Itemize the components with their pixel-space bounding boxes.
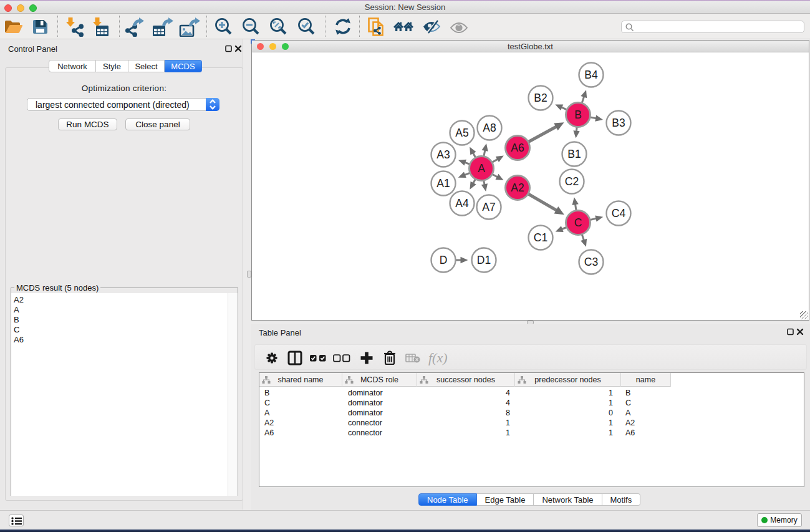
svg-text:C3: C3 bbox=[584, 256, 598, 268]
svg-text:C4: C4 bbox=[612, 207, 626, 220]
svg-text:A1: A1 bbox=[436, 177, 450, 190]
svg-text:A3: A3 bbox=[436, 148, 450, 161]
svg-text:B2: B2 bbox=[534, 92, 547, 104]
svg-text:A7: A7 bbox=[482, 201, 495, 213]
svg-text:D: D bbox=[440, 254, 448, 266]
svg-text:C: C bbox=[574, 216, 582, 229]
svg-text:B: B bbox=[574, 109, 582, 121]
svg-text:C2: C2 bbox=[565, 175, 579, 188]
svg-text:C1: C1 bbox=[534, 231, 547, 244]
svg-text:D1: D1 bbox=[477, 254, 491, 266]
svg-text:A5: A5 bbox=[455, 127, 468, 139]
svg-text:A: A bbox=[478, 162, 485, 175]
svg-text:B4: B4 bbox=[584, 69, 598, 81]
svg-text:A8: A8 bbox=[483, 122, 496, 134]
svg-text:A2: A2 bbox=[511, 181, 524, 194]
svg-text:A6: A6 bbox=[511, 142, 524, 154]
svg-text:B1: B1 bbox=[567, 148, 581, 160]
svg-text:A4: A4 bbox=[455, 197, 469, 210]
svg-text:B3: B3 bbox=[612, 117, 625, 129]
